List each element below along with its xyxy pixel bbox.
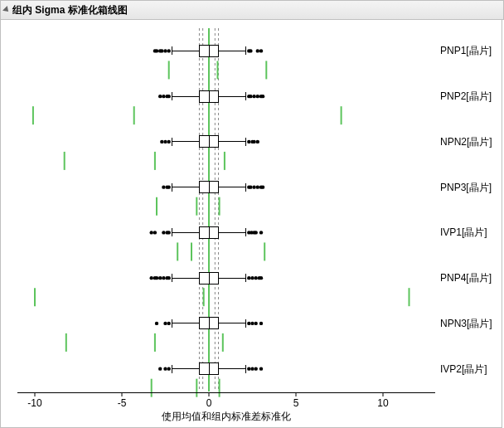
x-tick-label: 5 [293,397,299,409]
outlier [162,231,165,234]
outlier [158,95,162,98]
box-row [33,90,342,124]
outlier [150,231,153,234]
outlier [155,276,158,280]
outlier [256,95,259,98]
row-label: IVP2[晶片] [440,363,487,375]
outlier [160,49,163,52]
x-axis-label: 使用均值和组内标准差标准化 [162,411,291,422]
outlier [249,185,252,188]
outlier [256,185,259,188]
outlier [150,276,153,280]
outlier [247,140,250,143]
outlier [155,49,158,52]
outlier [247,367,250,370]
outlier [162,95,165,98]
outlier [163,367,167,370]
outlier [259,49,263,52]
x-tick-label: -5 [118,397,127,409]
outlier [259,231,263,234]
outlier [162,185,165,188]
panel: 组内 Sigma 标准化箱线图 PNP1[晶片]PNP2[晶片]NPN2[晶片]… [0,0,504,428]
outlier [256,140,259,143]
title-bar[interactable]: 组内 Sigma 标准化箱线图 [0,0,504,20]
outlier [247,276,250,280]
outlier [167,231,171,234]
outlier [163,49,167,52]
row-label: NPN3[晶片] [440,318,492,329]
box-row [65,136,259,170]
panel-title: 组内 Sigma 标准化箱线图 [12,1,128,19]
outlier [167,95,171,98]
outlier [254,276,258,280]
box-row [157,182,264,216]
outlier [158,367,162,370]
outlier [261,185,264,188]
outlier [160,140,163,143]
x-tick-label: 10 [377,397,389,409]
outlier [252,95,255,98]
outlier [261,95,264,98]
row-label: NPN2[晶片] [440,136,492,148]
outlier [252,185,255,188]
outlier [158,276,162,280]
outlier [254,231,258,234]
outlier [249,95,252,98]
outlier [250,367,254,370]
outlier [259,367,263,370]
outlier [153,231,157,234]
outlier [259,322,263,325]
row-label: PNP3[晶片] [440,182,492,193]
outlier [252,140,255,143]
outlier [167,140,171,143]
outlier [249,49,252,52]
outlier [167,49,171,52]
row-label: PNP2[晶片] [440,90,492,102]
box-row [35,272,410,306]
outlier [250,322,254,325]
row-label: PNP4[晶片] [440,272,492,284]
row-label: IVP1[晶片] [440,226,487,238]
outlier [167,276,171,280]
x-tick-label: -10 [27,397,42,409]
outlier [163,322,167,325]
disclosure-icon[interactable] [2,6,11,14]
outlier [155,322,158,325]
outlier [163,140,167,143]
outlier [167,322,171,325]
box-row [150,226,265,260]
outlier [167,367,171,370]
plot-area: PNP1[晶片]PNP2[晶片]NPN2[晶片]PNP3[晶片]IVP1[晶片]… [0,20,502,428]
x-tick-label: 0 [206,397,212,409]
box-row [66,318,263,352]
outlier [250,276,254,280]
row-label: PNP1[晶片] [440,45,492,56]
outlier [162,276,165,280]
outlier [247,322,250,325]
boxplot-chart: PNP1[晶片]PNP2[晶片]NPN2[晶片]PNP3[晶片]IVP1[晶片]… [1,20,502,426]
outlier [254,322,258,325]
outlier [254,367,258,370]
outlier [167,185,171,188]
outlier [256,49,259,52]
outlier [259,276,263,280]
